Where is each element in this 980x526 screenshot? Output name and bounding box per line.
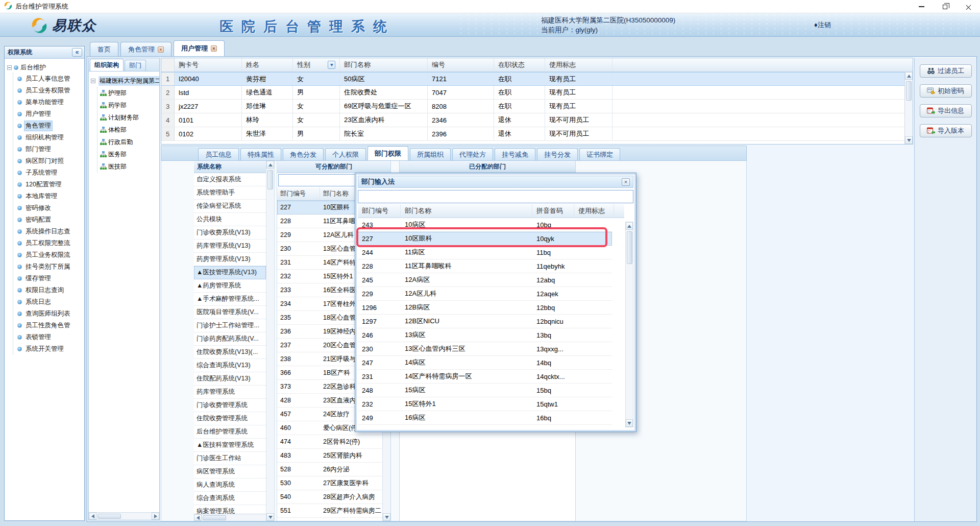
close-button[interactable]	[957, 0, 980, 13]
org-dept-item[interactable]: 计划财务部	[97, 111, 158, 124]
filter-employees-button[interactable]: 过滤员工	[920, 64, 972, 78]
scroll-track[interactable]	[202, 514, 266, 521]
scroll-thumb[interactable]	[627, 231, 632, 264]
scroll-left-button[interactable]	[89, 513, 96, 520]
dialog-dept-row[interactable]: 243 10病区 10bq	[358, 218, 612, 232]
sidebar-item[interactable]: 缓存管理	[13, 273, 84, 284]
detail-tab[interactable]: 个人权限	[325, 148, 366, 160]
sidebar-item[interactable]: 系统日志	[13, 296, 84, 308]
scroll-up-button[interactable]	[905, 72, 913, 80]
org-root-item[interactable]: 福建医科大学附属第二医	[91, 75, 158, 87]
scroll-track[interactable]	[96, 513, 152, 520]
sidebar-item[interactable]: 挂号类别下所属	[13, 261, 84, 273]
system-list-item[interactable]: 门诊医生工作站	[194, 452, 266, 465]
dialog-vertical-scrollbar[interactable]	[625, 222, 633, 427]
scroll-down-button[interactable]	[626, 419, 633, 427]
system-list-item[interactable]: 门诊药房配药系统(V...	[194, 332, 266, 346]
sidebar-item[interactable]: 员工性质角色管	[13, 320, 84, 331]
detail-tab[interactable]: 特殊属性	[240, 148, 281, 160]
system-list-item[interactable]: 病区管理系统	[194, 465, 266, 479]
dialog-dept-row[interactable]: 230 13区心血管内科三区 13qxxg...	[358, 342, 612, 356]
dialog-dept-row[interactable]: 228 11区耳鼻咽喉科 11qebyhk	[358, 259, 612, 273]
dialog-dept-row[interactable]: 1297 12B区NICU 12bqnicu	[358, 315, 612, 328]
sidebar-item[interactable]: 本地库管理	[13, 190, 84, 202]
assignable-row[interactable]: 530 27区康复医学科	[277, 476, 382, 490]
detail-tab[interactable]: 角色分发	[283, 148, 324, 160]
system-list-item[interactable]: 综合查询系统	[194, 492, 266, 505]
org-dept-item[interactable]: 体检部	[97, 124, 158, 136]
sidebar-item[interactable]: 权限日志查询	[13, 284, 84, 296]
main-tab[interactable]: 首页	[90, 42, 118, 56]
dialog-dept-row[interactable]: 249 16病区 16bq	[358, 411, 612, 425]
sidebar-item[interactable]: 用户管理	[13, 108, 84, 120]
dialog-dept-row[interactable]: 244 11病区 11bq	[358, 246, 612, 259]
scroll-thumb[interactable]	[267, 170, 273, 189]
sidebar-item[interactable]: 部门管理	[13, 144, 84, 155]
sidebar-item[interactable]: 密码修改	[13, 202, 84, 214]
employee-row[interactable]: 4 0101 林玲 女 23区血液内科 2346 退休 现不可用员工	[161, 113, 913, 127]
scroll-thumb[interactable]	[906, 81, 912, 101]
minimize-button[interactable]	[910, 0, 933, 13]
system-list-item[interactable]: 自定义报表系统	[194, 173, 266, 186]
dialog-dept-row[interactable]: 247 14病区 14bq	[358, 356, 612, 370]
detail-tab[interactable]: 所属组织	[410, 148, 451, 160]
detail-tab[interactable]: 证书绑定	[579, 148, 620, 160]
assignable-row[interactable]: 528 26内分泌	[277, 463, 382, 476]
sidebar-item[interactable]: 120配置管理	[13, 179, 84, 190]
org-dept-item[interactable]: 护理部	[97, 87, 158, 99]
tab-close-icon[interactable]: ×	[211, 45, 217, 52]
system-list-item[interactable]: ▲医技管理系统(V13)	[194, 266, 266, 279]
tree-root-item[interactable]: 后台维护	[7, 62, 84, 73]
employee-row[interactable]: 1 I20040 黄芬柑 女 50病区 7121 在职 现有员工	[161, 72, 913, 86]
export-info-button[interactable]: 导出信息	[920, 104, 972, 117]
restore-button[interactable]	[933, 0, 957, 13]
sidebar-item[interactable]: 组织机构管理	[13, 132, 84, 144]
sex-filter-button[interactable]	[328, 61, 335, 69]
system-list-item[interactable]: 医院项目管理系统(V...	[194, 306, 266, 319]
scroll-right-button[interactable]	[152, 513, 159, 520]
system-list-item[interactable]: ▲药房管理系统	[194, 279, 266, 293]
org-horizontal-scrollbar[interactable]	[89, 512, 159, 520]
employee-row[interactable]: 5 0102 朱世泽 男 院长室 2396 退休 现不可用员工	[161, 127, 913, 141]
system-list-item[interactable]: 综合查询系统(V13)	[194, 359, 266, 372]
scroll-left-button[interactable]	[194, 514, 202, 521]
dialog-dept-row[interactable]: 1296 12B病区 12bbq	[358, 301, 612, 315]
system-list-item[interactable]: 门诊收费系统(V13)	[194, 226, 266, 240]
assignable-row[interactable]: 551 29区产科特需病房二	[277, 504, 382, 518]
org-tab[interactable]: 部门	[125, 60, 146, 71]
system-list-item[interactable]: 门诊护士工作站管理...	[194, 319, 266, 332]
system-horizontal-scrollbar[interactable]	[194, 514, 266, 521]
sidebar-item[interactable]: 角色管理	[13, 120, 84, 132]
org-dept-item[interactable]: 医务部	[97, 148, 158, 160]
system-list-item[interactable]: 传染病登记系统	[194, 200, 266, 213]
org-dept-item[interactable]: 医技部	[97, 160, 158, 173]
employee-row[interactable]: 3 jx2227 郑佳琳 女 69区呼吸与危重症一区 8208 在职 现有员工	[161, 100, 913, 113]
system-list-item[interactable]: 住院收费管理系统	[194, 412, 266, 425]
expander-icon[interactable]	[91, 79, 95, 83]
tab-close-icon[interactable]: ×	[158, 46, 164, 53]
detail-tab[interactable]: 员工信息	[198, 148, 239, 160]
assignable-row[interactable]: 563 30区神经内科特需病	[277, 518, 382, 521]
sidebar-item[interactable]: 菜单功能管理	[13, 97, 84, 108]
assignable-row[interactable]: 483 25区肾脏内科	[277, 449, 382, 463]
system-list-item[interactable]: 公共模块	[194, 213, 266, 226]
sidebar-item[interactable]: 密码配置	[13, 214, 84, 226]
scroll-up-button[interactable]	[626, 222, 633, 230]
assignable-row[interactable]: 540 28区超声介入病房	[277, 490, 382, 504]
main-tab[interactable]: 角色管理 ×	[120, 42, 172, 56]
system-list-item[interactable]: 住院收费系统(V13)(...	[194, 346, 266, 359]
sidebar-item[interactable]: 子系统管理	[13, 167, 84, 179]
system-list-item[interactable]: 病人查询系统	[194, 479, 266, 492]
sidebar-item[interactable]: 表锁管理	[13, 331, 84, 343]
dialog-dept-row[interactable]: 245 12A病区 12abq	[358, 273, 612, 287]
scroll-up-button[interactable]	[266, 161, 274, 169]
system-list-item[interactable]: 病案管理系统	[194, 505, 266, 514]
detail-tab[interactable]: 代理处方	[452, 148, 493, 160]
sidebar-item[interactable]: 员工人事信息管	[13, 73, 84, 85]
system-list-item[interactable]: 住院配药系统(V13)	[194, 372, 266, 386]
employee-row[interactable]: 2 lstd 绿色通道 男 住院收费处 7047 在职 现有员工	[161, 86, 913, 100]
dialog-dept-row[interactable]: 229 12A区儿科 12aqek	[358, 287, 612, 301]
assignable-row[interactable]: 474 2区骨科2(停)	[277, 435, 382, 449]
dialog-search-input[interactable]	[358, 190, 633, 203]
sidebar-item[interactable]: 系统开关管理	[13, 343, 84, 355]
